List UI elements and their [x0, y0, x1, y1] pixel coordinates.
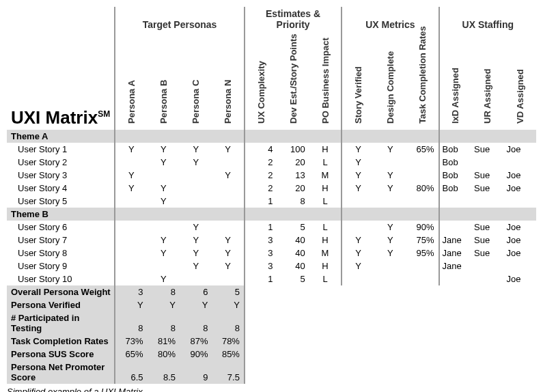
summary-label: Persona Verified: [7, 298, 115, 311]
ur-cell: [471, 156, 503, 169]
persona-cell: Y: [115, 143, 147, 156]
dev-est-cell: 40: [277, 234, 309, 247]
story-row: User Story 5Y18L: [7, 195, 536, 208]
summary-label: Overall Persona Weight: [7, 285, 115, 298]
persona-cell: Y: [212, 169, 244, 182]
persona-cell: [212, 221, 244, 234]
story-row: User Story 9YY340HYJane: [7, 260, 536, 272]
design-complete-cell: Y: [374, 247, 406, 260]
col-impact: PO Business Impact: [309, 31, 342, 130]
summary-label: # Participated in Testing: [7, 311, 115, 335]
summary-value: 87%: [180, 335, 212, 348]
ixd-cell: Bob: [439, 143, 471, 156]
col-ixd: IxD Assigned: [439, 31, 471, 130]
persona-cell: [212, 272, 244, 285]
summary-value: Y: [115, 298, 147, 311]
story-row: User Story 4YY220HYY80%BobSueJoe: [7, 182, 536, 195]
tcr-cell: 95%: [406, 247, 438, 260]
dev-est-cell: 40: [277, 247, 309, 260]
persona-cell: Y: [148, 272, 180, 285]
tcr-cell: 80%: [406, 182, 438, 195]
col-story-verified: Story Verified: [342, 31, 374, 130]
col-tcr: Task Completion Rates: [406, 31, 438, 130]
story-row: User Story 3YY213MYYBobSueJoe: [7, 169, 536, 182]
summary-value: Y: [148, 298, 180, 311]
story-verified-cell: Y: [342, 247, 374, 260]
summary-row: # Participated in Testing8888: [7, 311, 536, 335]
page-title: UXI MatrixSM: [7, 31, 115, 130]
summary-value: 80%: [148, 348, 180, 361]
tcr-cell: 75%: [406, 234, 438, 247]
impact-cell: H: [309, 260, 342, 272]
dev-est-cell: 20: [277, 182, 309, 195]
design-complete-cell: Y: [374, 182, 406, 195]
persona-cell: Y: [148, 143, 180, 156]
design-complete-cell: [374, 260, 406, 272]
persona-cell: [180, 182, 212, 195]
persona-cell: Y: [148, 156, 180, 169]
column-group-row: Target Personas Estimates & Priority UX …: [7, 7, 536, 31]
group-personas: Target Personas: [115, 7, 245, 31]
story-row: User Story 7YYY340HYY75%JaneSueJoe: [7, 234, 536, 247]
ux-complexity-cell: 2: [245, 156, 277, 169]
persona-cell: [180, 272, 212, 285]
summary-value: 73%: [115, 335, 147, 348]
impact-cell: H: [309, 182, 342, 195]
design-complete-cell: Y: [374, 234, 406, 247]
ux-complexity-cell: 3: [245, 247, 277, 260]
col-ux-complexity: UX Complexity: [245, 31, 277, 130]
summary-value: Y: [212, 298, 244, 311]
design-complete-cell: Y: [374, 169, 406, 182]
persona-cell: [115, 234, 147, 247]
story-verified-cell: Y: [342, 182, 374, 195]
summary-label: Task Completion Rates: [7, 335, 115, 348]
story-verified-cell: [342, 221, 374, 234]
story-name: User Story 10: [7, 272, 115, 285]
col-dev-est: Dev Est./Story Points: [277, 31, 309, 130]
column-header-row: UXI MatrixSM Persona A Persona B Persona…: [7, 31, 536, 130]
group-estimates: Estimates & Priority: [245, 7, 342, 31]
col-vd: VD Assigned: [503, 31, 536, 130]
summary-value: 6.5: [115, 361, 147, 384]
ixd-cell: [439, 221, 471, 234]
theme-row: Theme B: [7, 208, 536, 221]
ixd-cell: [439, 195, 471, 208]
tcr-cell: [406, 169, 438, 182]
persona-cell: Y: [212, 234, 244, 247]
design-complete-cell: [374, 195, 406, 208]
impact-cell: L: [309, 272, 342, 285]
persona-cell: Y: [212, 247, 244, 260]
persona-cell: Y: [148, 234, 180, 247]
dev-est-cell: 5: [277, 221, 309, 234]
tcr-cell: [406, 156, 438, 169]
group-staffing: UX Staffing: [439, 7, 536, 31]
story-name: User Story 3: [7, 169, 115, 182]
theme-label: Theme A: [7, 130, 115, 143]
impact-cell: M: [309, 247, 342, 260]
story-row: User Story 8YYY340MYY95%JaneSueJoe: [7, 247, 536, 260]
summary-row: Persona SUS Score65%80%90%85%: [7, 348, 536, 361]
summary-value: 8: [115, 311, 147, 335]
impact-cell: L: [309, 156, 342, 169]
design-complete-cell: [374, 272, 406, 285]
ixd-cell: Jane: [439, 247, 471, 260]
ur-cell: Sue: [471, 182, 503, 195]
persona-cell: Y: [180, 247, 212, 260]
impact-cell: H: [309, 143, 342, 156]
caption: Simplified example of a UXI Matrix: [7, 387, 536, 392]
vd-cell: Joe: [503, 143, 536, 156]
summary-label: Persona Net Promoter Score: [7, 361, 115, 384]
ux-complexity-cell: 3: [245, 234, 277, 247]
persona-cell: Y: [115, 182, 147, 195]
persona-cell: Y: [180, 234, 212, 247]
story-row: User Story 2YY220LYBob: [7, 156, 536, 169]
vd-cell: [503, 195, 536, 208]
story-name: User Story 8: [7, 247, 115, 260]
persona-cell: [148, 169, 180, 182]
vd-cell: Joe: [503, 221, 536, 234]
ur-cell: [471, 260, 503, 272]
story-verified-cell: [342, 195, 374, 208]
impact-cell: M: [309, 169, 342, 182]
ixd-cell: Jane: [439, 260, 471, 272]
persona-cell: Y: [180, 143, 212, 156]
